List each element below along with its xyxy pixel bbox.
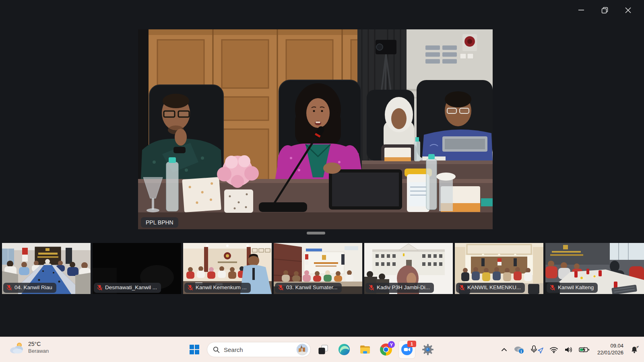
file-explorer-button[interactable]: [357, 340, 374, 359]
alarm-bell: [462, 34, 477, 51]
muted-mic-icon: [97, 284, 103, 291]
file-explorer-icon: [359, 344, 371, 355]
wifi-icon: [549, 346, 558, 353]
search-placeholder: Search: [224, 346, 292, 353]
video-thumbnail-kadiv-p3h-jambi[interactable]: Kadiv P3H Jambi-Di...: [364, 243, 453, 294]
taskbar: 25°C Berawan Search: [0, 337, 644, 362]
close-icon: [625, 7, 631, 13]
onedrive-cloud-icon: [513, 345, 524, 354]
weather-widget[interactable]: 25°C Berawan: [6, 340, 52, 355]
onedrive-tray-button[interactable]: [512, 341, 526, 358]
minimize-button[interactable]: [572, 3, 590, 17]
thumb-label: Kanwil Kemenkum ...: [196, 285, 247, 290]
volume-icon: [564, 346, 573, 353]
window-controls: [572, 3, 637, 17]
main-video-tile[interactable]: PPL BPHN: [138, 29, 493, 229]
video-thumbnail-kanwil-kemenku[interactable]: KANWIL KEMENKU...: [455, 243, 543, 294]
thumb-name-tag: Kanwil Kalteng: [547, 283, 598, 293]
thumb-name-tag: Kadiv P3H Jambi-Di...: [365, 283, 434, 293]
bell-sleep-icon: z z: [630, 345, 639, 354]
chrome-app-button[interactable]: Y: [378, 340, 394, 359]
thumb-name-tag: 04. Kanwil Riau: [3, 283, 56, 293]
thumb-name-tag: Desmawati_Kanwil ...: [94, 283, 161, 293]
muted-mic-icon: [459, 284, 465, 291]
weather-condition: Berawan: [28, 348, 49, 354]
thumb-label: 04. Kanwil Riau: [14, 285, 52, 290]
restore-icon: [601, 7, 608, 14]
thumb-name-tag: Kanwil Kemenkum ...: [184, 283, 251, 293]
muted-mic-icon: [6, 284, 12, 291]
search-box[interactable]: Search: [207, 342, 311, 357]
clock-date: 22/01/2026: [597, 350, 623, 356]
muted-mic-icon: [188, 284, 193, 291]
thumb-label: Desmawati_Kanwil ...: [105, 285, 157, 290]
tray-chevron-button[interactable]: [500, 341, 509, 358]
thumb-label: Kadiv P3H Jambi-Di...: [377, 285, 430, 290]
video-thumbnail-desmawati[interactable]: Desmawati_Kanwil ...: [93, 243, 181, 294]
desktop: { "window": { "controls": ["minimize", "…: [0, 0, 644, 362]
settings-gear-icon: [422, 343, 434, 356]
notification-bell-button[interactable]: z z: [629, 341, 641, 358]
restore-button[interactable]: [596, 3, 613, 17]
muted-mic-icon: [369, 284, 374, 291]
taskbar-clock[interactable]: 09.04 22/01/2026: [597, 343, 623, 356]
muted-mic-icon: [550, 284, 555, 291]
thumb-name-tag: 03. Kanwil Sumater...: [275, 283, 342, 293]
start-button[interactable]: [186, 340, 203, 359]
svg-text:z: z: [638, 345, 639, 348]
thumb-label: Kanwil Kalteng: [558, 285, 594, 290]
main-video-label: PPL BPHN: [146, 220, 173, 225]
edge-app-button[interactable]: [336, 340, 353, 359]
participant-filmstrip: 04. Kanwil Riau Desmawati_Kanwil ...: [0, 243, 644, 294]
weather-cloud-sun-icon: [9, 341, 24, 354]
search-icon: [213, 346, 220, 353]
windows-start-icon: [189, 344, 200, 355]
thumb-label: 03. Kanwil Sumater...: [286, 285, 338, 290]
video-thumbnail-kanwil-sumatera[interactable]: 03. Kanwil Sumater...: [274, 243, 362, 294]
mic-location-icon: [530, 345, 543, 354]
close-button[interactable]: [619, 3, 637, 17]
muted-mic-icon: [278, 284, 284, 291]
volume-tray-button[interactable]: [563, 341, 574, 358]
minimize-icon: [578, 7, 584, 13]
battery-tray-button[interactable]: [577, 341, 591, 358]
zoom-app-button[interactable]: 1: [398, 340, 415, 359]
battery-charging-icon: [579, 347, 590, 353]
chevron-up-icon: [501, 348, 507, 352]
video-thumbnail-kanwil-riau[interactable]: 04. Kanwil Riau: [2, 243, 91, 294]
thumb-label: KANWIL KEMENKU...: [467, 285, 521, 290]
mic-location-tray-button[interactable]: [529, 341, 545, 358]
thumb-name-tag: KANWIL KEMENKU...: [456, 283, 525, 293]
video-thumbnail-kanwil-kalteng[interactable]: Kanwil Kalteng: [545, 243, 644, 294]
system-tray: 09.04 22/01/2026 z z: [500, 337, 641, 362]
settings-app-button[interactable]: [419, 340, 436, 359]
chrome-profile-badge: Y: [388, 341, 395, 348]
strip-resize-handle[interactable]: [307, 232, 325, 234]
clock-time: 09.04: [597, 343, 623, 350]
video-thumbnail-kanwil-kemenkum[interactable]: Kanwil Kemenkum ...: [183, 243, 272, 294]
meeting-room-scene: [138, 29, 493, 229]
weather-temperature: 25°C: [28, 341, 49, 347]
search-highlight-image[interactable]: [296, 343, 308, 356]
main-video-name-tag: PPL BPHN: [141, 217, 178, 228]
taskbar-center: Search: [186, 337, 436, 362]
wifi-tray-button[interactable]: [548, 341, 560, 358]
task-view-button[interactable]: [315, 340, 332, 359]
zoom-notification-badge: 1: [407, 341, 416, 347]
task-view-icon: [318, 344, 329, 355]
edge-icon: [338, 343, 350, 356]
